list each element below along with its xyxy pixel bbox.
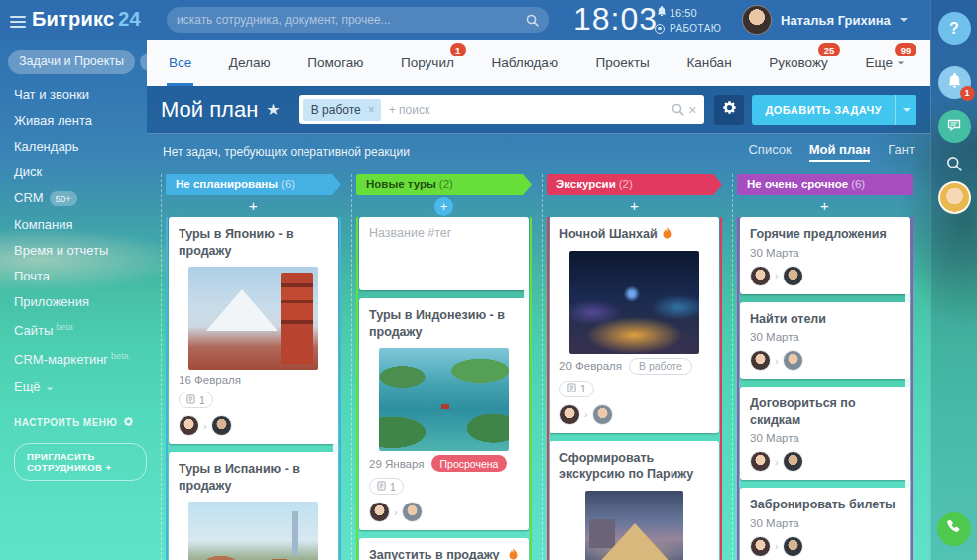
- sidebar-item[interactable]: Ещё: [14, 378, 147, 394]
- task-card[interactable]: Ночной Шанхай20 ФевраляВ работе1›: [550, 217, 719, 433]
- column-header[interactable]: Не очень срочное(6): [737, 174, 913, 195]
- task-card-title: Туры в Испанию - в продажу: [179, 461, 328, 494]
- sidebar-item[interactable]: Чат и звонки: [14, 86, 147, 103]
- column-header[interactable]: Новые туры(2): [356, 174, 532, 195]
- work-status[interactable]: РАБОТАЮ: [655, 23, 721, 34]
- task-card[interactable]: Туры в Испанию - в продажу13 Февраля1›: [169, 452, 338, 560]
- tab-Поручил[interactable]: Поручил1: [399, 40, 456, 86]
- task-title-text: Сформировать экскурсию по Парижу: [559, 450, 709, 483]
- sidebar-item[interactable]: Задачи и Проекты1: [8, 50, 147, 74]
- view-Мой план[interactable]: Мой план: [809, 142, 871, 162]
- main-content: ВсеДелаюПомогаюПоручил1НаблюдаюПроектыКа…: [147, 40, 930, 560]
- configure-menu-button[interactable]: НАСТРОИТЬ МЕНЮ: [14, 416, 147, 429]
- invite-employees-button[interactable]: ПРИГЛАСИТЬ СОТРУДНИКОВ +: [14, 443, 147, 481]
- filter-search-input[interactable]: [381, 103, 668, 117]
- add-card-button[interactable]: +: [356, 195, 532, 217]
- chevron-down-icon: [903, 108, 911, 112]
- hamburger-menu-icon[interactable]: [10, 13, 26, 31]
- tab-Еще[interactable]: Еще99: [863, 40, 906, 86]
- sidebar-item[interactable]: Приложения: [14, 293, 147, 310]
- avatar: [783, 536, 803, 557]
- task-title-text: Найти отели: [750, 311, 826, 328]
- worktime-clock[interactable]: 18:03: [573, 1, 658, 38]
- avatar: [211, 415, 232, 436]
- help-button[interactable]: ?: [938, 12, 971, 45]
- task-card[interactable]: Туры в Японию - в продажу16 Февраля1›: [169, 217, 338, 444]
- task-card[interactable]: Сформировать экскурсию по Парижу29 Марта…: [550, 441, 719, 560]
- rail-avatar[interactable]: [938, 181, 971, 214]
- sidebar-item[interactable]: Время и отчеты: [14, 242, 147, 259]
- tab-Канбан[interactable]: Канбан: [684, 40, 733, 86]
- column-scrollbar[interactable]: [333, 221, 338, 461]
- column-header[interactable]: Экскурсии(2): [547, 174, 722, 195]
- task-avatars: ›: [750, 536, 900, 557]
- work-status-label: РАБОТАЮ: [670, 23, 721, 34]
- search-icon[interactable]: [672, 103, 684, 116]
- task-card[interactable]: Запустить в продажу тур во Францию: [359, 538, 529, 560]
- task-card[interactable]: Договориться по скидкам30 Марта›: [740, 387, 910, 480]
- avatar: [179, 415, 199, 436]
- filter-chip[interactable]: В работе ×: [303, 99, 381, 121]
- column-body: Горячие предложения30 Марта›Найти отели3…: [737, 217, 913, 560]
- tab-label: Проекты: [596, 56, 650, 70]
- tab-label: Все: [169, 56, 191, 70]
- column-header[interactable]: Не спланированы(6): [166, 174, 341, 195]
- view-Гант[interactable]: Гант: [888, 142, 915, 162]
- task-card[interactable]: Туры в Индонезию - в продажу29 ЯнваряПро…: [359, 298, 529, 530]
- task-card[interactable]: Горячие предложения30 Марта›: [740, 217, 910, 294]
- phone-icon: [946, 519, 962, 539]
- sidebar-item-label: Живая лента: [14, 113, 92, 128]
- sidebar-item[interactable]: CRM-маркетингbeta: [14, 348, 147, 368]
- sidebar-item-label: CRM-маркетинг: [14, 353, 108, 368]
- tab-Проекты[interactable]: Проекты: [594, 40, 652, 86]
- global-search-input[interactable]: [177, 13, 522, 27]
- sidebar-item[interactable]: Диск: [14, 164, 147, 180]
- user-menu[interactable]: Наталья Грихина: [742, 5, 908, 35]
- clear-filter-icon[interactable]: ×: [688, 102, 696, 118]
- phone-call-button[interactable]: [937, 512, 971, 546]
- search-icon[interactable]: [526, 14, 539, 27]
- sidebar-item[interactable]: Сайтыbeta: [14, 319, 147, 339]
- chevron-right-icon: ›: [775, 456, 779, 468]
- sidebar-item[interactable]: Компания: [14, 216, 147, 233]
- tab-Все[interactable]: Все: [167, 40, 193, 86]
- add-card-button[interactable]: +: [737, 195, 913, 217]
- sidebar-item[interactable]: Живая лента: [14, 112, 147, 129]
- avatar: [402, 502, 423, 522]
- column-scrollbar[interactable]: [714, 221, 719, 392]
- add-card-button[interactable]: +: [166, 195, 341, 217]
- sidebar-item-label: Компания: [14, 217, 73, 232]
- task-deadline: 30 Марта: [750, 432, 799, 444]
- notifications-button[interactable]: 1: [938, 66, 971, 99]
- quick-add-card[interactable]: Название #тег: [359, 217, 529, 290]
- avatar: [592, 404, 613, 425]
- rail-search-button[interactable]: [946, 156, 962, 171]
- sidebar-item[interactable]: Календарь: [14, 138, 147, 155]
- task-card[interactable]: Забронировать билеты30 Марта›: [740, 488, 910, 560]
- sidebar-item[interactable]: Почта: [14, 268, 147, 284]
- tab-Руковожу[interactable]: Руковожу25: [767, 40, 830, 86]
- task-deadline: 30 Марта: [750, 331, 799, 343]
- add-task-dropdown[interactable]: [895, 95, 916, 125]
- column-scrollbar[interactable]: [905, 221, 910, 543]
- task-card[interactable]: Найти отели30 Марта›: [740, 302, 910, 380]
- tab-Делаю[interactable]: Делаю: [227, 40, 273, 86]
- task-deadline: 30 Марта: [750, 247, 799, 259]
- column-scrollbar[interactable]: [524, 221, 529, 331]
- tab-Помогаю[interactable]: Помогаю: [305, 40, 365, 86]
- tab-badge: 1: [450, 43, 466, 56]
- board-settings-button[interactable]: [714, 95, 744, 125]
- add-card-button[interactable]: +: [547, 195, 722, 217]
- chevron-right-icon: ›: [584, 408, 588, 420]
- tab-label: Помогаю: [307, 56, 363, 70]
- chat-button[interactable]: [938, 110, 971, 143]
- view-Список[interactable]: Список: [748, 142, 791, 162]
- close-icon[interactable]: ×: [368, 103, 375, 117]
- logo-brand-accent: 24: [118, 8, 141, 30]
- sidebar-item[interactable]: CRM50+: [14, 189, 147, 207]
- alarm-time[interactable]: 16:50: [657, 6, 697, 19]
- add-task-button[interactable]: ДОБАВИТЬ ЗАДАЧУ: [752, 95, 916, 125]
- gear-icon: [722, 100, 737, 119]
- favorite-star-icon[interactable]: ★: [266, 100, 280, 119]
- tab-Наблюдаю[interactable]: Наблюдаю: [489, 40, 560, 86]
